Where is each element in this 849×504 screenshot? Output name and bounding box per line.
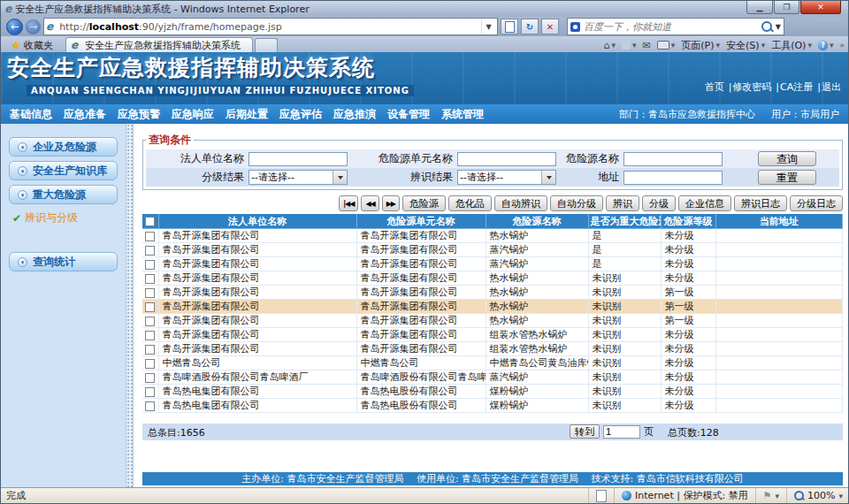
goto-page-button[interactable]: 转到 xyxy=(570,424,600,439)
row-checkbox[interactable] xyxy=(145,317,155,326)
toolbar-button-6[interactable]: 企业信息 xyxy=(678,195,731,211)
grid-nav-button-1[interactable]: ◀◀ xyxy=(361,195,379,211)
search-icon[interactable] xyxy=(761,21,772,32)
header-link-3[interactable]: 退出 xyxy=(822,81,841,93)
address-input[interactable] xyxy=(623,171,723,185)
address-field[interactable]: e http://localhost:90/yjzh/frame/homepag… xyxy=(43,18,498,35)
identify-result-select[interactable]: --请选择-- xyxy=(457,170,556,185)
overflow-chevron-icon[interactable]: » xyxy=(839,41,845,50)
row-checkbox-cell xyxy=(142,342,158,356)
help-button[interactable]: ?▾ xyxy=(818,41,834,50)
feeds-button[interactable]: ▾ xyxy=(622,41,637,50)
table-row[interactable]: 青岛开源集团有限公司青岛开源集团有限公司组装水管热水锅炉未识别未分级 xyxy=(142,342,843,356)
row-checkbox[interactable] xyxy=(145,288,155,298)
maximize-button[interactable]: ❐ xyxy=(774,1,799,14)
sidebar-group-2[interactable]: ▾重大危险源 xyxy=(9,185,118,204)
row-checkbox[interactable] xyxy=(145,302,155,312)
menu-item-8[interactable]: 系统管理 xyxy=(438,107,487,122)
row-checkbox[interactable] xyxy=(145,373,155,383)
search-input[interactable]: 百度一下，你就知道 ▼ xyxy=(567,18,784,35)
minimize-button[interactable]: ▁ xyxy=(746,1,773,14)
header-link-1[interactable]: 修改密码 xyxy=(732,81,771,93)
read-mail-button[interactable]: ✉ xyxy=(643,40,651,51)
table-row[interactable]: 青岛开源集团有限公司青岛开源集团有限公司热水锅炉未识别未分级 xyxy=(142,271,843,286)
sidebar-item-active[interactable]: ✔辨识与分级 xyxy=(12,210,126,225)
toolbar-button-4[interactable]: 辨识 xyxy=(606,195,639,211)
table-row[interactable]: 青岛开源集团有限公司青岛开源集团有限公司蒸汽锅炉是未分级 xyxy=(142,243,843,257)
page-menu-button[interactable]: 页面(P)▾ xyxy=(681,39,720,52)
privacy-button[interactable]: ⚑▾ xyxy=(755,488,779,503)
toolbar-button-7[interactable]: 辨识日志 xyxy=(734,195,787,211)
row-checkbox[interactable] xyxy=(145,359,155,369)
table-row[interactable]: 青岛热电集团有限公司青岛热电股份有限公司煤粉锅炉未识别未分级 xyxy=(142,399,843,413)
sidebar-group-0[interactable]: ▾企业及危险源 xyxy=(9,137,118,157)
toolbar-button-8[interactable]: 分级日志 xyxy=(790,195,843,211)
grid-nav-button-2[interactable]: ▶▶ xyxy=(382,195,400,211)
toolbar-button-0[interactable]: 危险源 xyxy=(402,195,446,211)
select-all-checkbox[interactable] xyxy=(145,217,155,226)
menu-item-2[interactable]: 应急预警 xyxy=(114,107,164,122)
menu-item-4[interactable]: 后期处置 xyxy=(222,107,272,122)
menu-item-3[interactable]: 应急响应 xyxy=(168,107,218,122)
table-row[interactable]: 青岛开源集团有限公司青岛开源集团有限公司热水锅炉未识别第一级 xyxy=(142,300,843,314)
row-checkbox[interactable] xyxy=(145,387,155,397)
unit-name-input[interactable] xyxy=(457,152,556,166)
safety-menu-button[interactable]: 安全(S)▾ xyxy=(726,39,765,52)
table-row[interactable]: 青岛啤酒股份有限公司青岛啤酒厂青岛啤酒股份有限公司青岛啤酒厂蒸汽锅炉未识别未分级 xyxy=(142,370,843,385)
toolbar-button-3[interactable]: 自动分级 xyxy=(550,195,603,211)
row-checkbox[interactable] xyxy=(145,345,155,355)
menu-item-0[interactable]: 基础信息 xyxy=(6,107,56,122)
zoom-control[interactable]: 100% ▾ xyxy=(786,488,843,503)
search-button[interactable]: 查询 xyxy=(758,151,816,166)
toolbar-button-1[interactable]: 危化品 xyxy=(448,195,492,211)
menu-item-6[interactable]: 应急推演 xyxy=(330,107,379,122)
table-row[interactable]: 青岛开源集团有限公司青岛开源集团有限公司蒸汽锅炉是未分级 xyxy=(142,257,843,271)
table-row[interactable]: 中燃青岛公司中燃青岛公司中燃青岛公司黄岛油库锅炉未识别未分级 xyxy=(142,356,843,370)
favorites-button[interactable]: ★ 收藏夹 xyxy=(4,38,60,52)
row-checkbox[interactable] xyxy=(145,246,155,256)
new-tab-button[interactable] xyxy=(255,38,278,52)
table-row[interactable]: 青岛开源集团有限公司青岛开源集团有限公司热水锅炉未识别第一级 xyxy=(142,286,843,300)
stop-button[interactable]: ✕ xyxy=(541,19,559,34)
url-dropdown-icon[interactable]: ▼ xyxy=(481,19,495,34)
refresh-button[interactable]: ↻ xyxy=(521,19,539,34)
row-checkbox[interactable] xyxy=(145,274,155,284)
reset-button[interactable]: 重置 xyxy=(758,170,816,185)
tools-menu-button[interactable]: 工具(O)▾ xyxy=(771,39,812,52)
toolbar-button-5[interactable]: 分级 xyxy=(642,195,676,211)
row-checkbox[interactable] xyxy=(145,331,155,340)
active-tab[interactable]: e 安全生产应急救援指挥辅助决策系统 xyxy=(65,37,253,52)
print-button[interactable]: ▾ xyxy=(657,41,676,50)
grid-nav-button-0[interactable]: |◀◀ xyxy=(339,195,358,211)
header-link-2[interactable]: CA注册 xyxy=(780,81,813,93)
table-row[interactable]: 青岛开源集团有限公司青岛开源集团有限公司组装水管热水锅炉未识别未分级 xyxy=(142,328,843,342)
row-checkbox[interactable] xyxy=(145,401,155,411)
table-row[interactable]: 青岛开源集团有限公司青岛开源集团有限公司热水锅炉是未分级 xyxy=(142,229,843,243)
grade-result-select[interactable]: --请选择-- xyxy=(249,170,348,185)
row-checkbox[interactable] xyxy=(145,260,155,270)
menu-item-7[interactable]: 设备管理 xyxy=(384,107,433,122)
corp-name-input[interactable] xyxy=(249,152,348,166)
header-link-0[interactable]: 首页 xyxy=(705,81,724,93)
sidebar-group-stats[interactable]: ▾查询统计 xyxy=(9,252,118,271)
back-button[interactable]: ← xyxy=(6,19,23,35)
column-header-5: 当前地址 xyxy=(715,214,843,229)
home-button[interactable]: ⌂▾ xyxy=(604,40,616,51)
sidebar-group-1[interactable]: ▾安全生产知识库 xyxy=(9,161,118,180)
compatibility-view-button[interactable] xyxy=(501,19,518,34)
toolbar-button-2[interactable]: 自动辨识 xyxy=(494,195,547,211)
menu-item-5[interactable]: 应急评估 xyxy=(276,107,325,122)
menu-item-1[interactable]: 应急准备 xyxy=(60,107,110,122)
ie-icon: e xyxy=(4,4,11,14)
forward-button[interactable]: → xyxy=(26,19,41,34)
table-row[interactable]: 青岛开源集团有限公司青岛开源集团有限公司热水锅炉未识别第一级 xyxy=(142,314,843,328)
cell: 青岛开源集团有限公司 xyxy=(158,342,356,356)
row-checkbox[interactable] xyxy=(145,232,155,241)
table-row[interactable]: 青岛热电集团有限公司青岛热电股份有限公司煤粉锅炉未识别未分级 xyxy=(142,385,843,399)
frame-splitter[interactable] xyxy=(126,124,134,487)
search-dropdown-icon[interactable]: ▼ xyxy=(776,23,781,31)
cell: 蒸汽锅炉 xyxy=(486,370,588,385)
source-name-input[interactable] xyxy=(623,152,723,166)
close-button[interactable]: ✕ xyxy=(800,1,841,14)
page-number-input[interactable] xyxy=(603,425,640,439)
